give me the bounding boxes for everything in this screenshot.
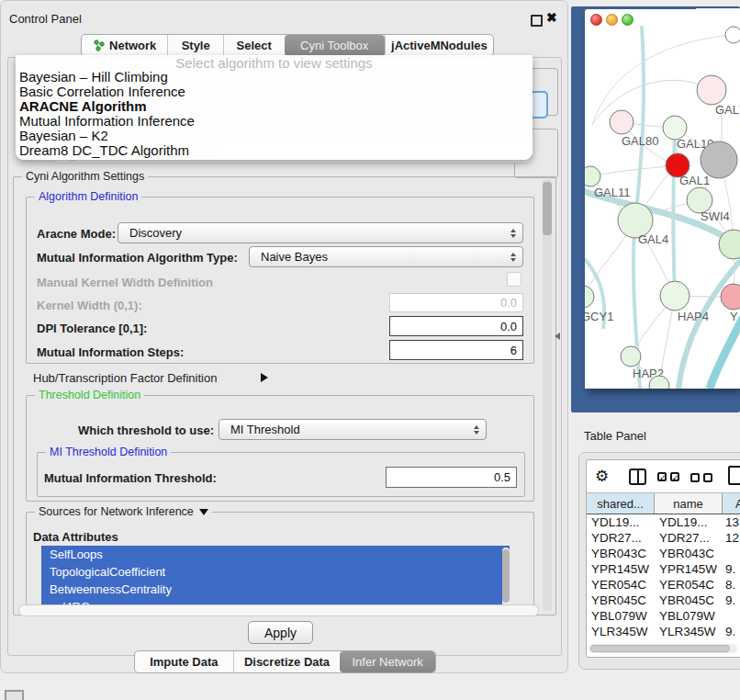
new-table-icon[interactable]	[728, 466, 740, 485]
float-window-icon[interactable]	[531, 15, 543, 27]
mi-threshold-value: 0.5	[494, 470, 510, 484]
gear-icon[interactable]: ⚙	[595, 467, 609, 486]
network-node[interactable]	[660, 281, 690, 310]
algorithm-option[interactable]: Bayesian – K2	[16, 129, 533, 143]
table-row[interactable]: YBR045CYBR045C9.	[587, 593, 740, 608]
table-horizontal-scrollbar-thumb[interactable]	[590, 645, 730, 652]
collapse-arrow-icon[interactable]	[199, 509, 208, 515]
select-all-checkbox-icon[interactable]: ✓	[670, 472, 679, 481]
table-row[interactable]: YER054CYER054C8.	[587, 577, 740, 593]
dpi-tolerance-field[interactable]: 0.0	[389, 316, 523, 336]
aracne-mode-select[interactable]: Discovery	[118, 222, 523, 243]
algorithm-option[interactable]: Bayesian – Hill Climbing	[16, 70, 533, 85]
mac-zoom-icon[interactable]	[622, 14, 633, 26]
apply-button-label: Apply	[264, 626, 297, 640]
table-body: YDL19...YDL19...13 YDR27...YDR27...12 YB…	[587, 514, 740, 643]
network-node[interactable]	[701, 141, 737, 178]
column-header-name[interactable]: name	[655, 493, 723, 514]
select-all-checkbox-icon[interactable]: ✓	[657, 472, 667, 481]
table-row[interactable]: YDL19...YDL19...13	[587, 514, 740, 530]
algorithm-option[interactable]: Mutual Information Inference	[16, 114, 533, 129]
column-header-shared-name[interactable]: shared...	[587, 493, 655, 514]
tab-infer-network[interactable]: Infer Network	[340, 651, 435, 672]
network-node-label: Y	[730, 310, 738, 323]
attributes-list-scrollbar[interactable]	[502, 548, 510, 612]
manual-kernel-width-checkbox[interactable]	[507, 272, 521, 287]
network-node-label: GAL80	[622, 134, 658, 148]
tab-infer-network-label: Infer Network	[353, 655, 423, 669]
hidden-focused-combo-fragment	[530, 91, 548, 119]
tab-impute-data[interactable]: Impute Data	[135, 651, 233, 672]
aracne-mode-label: Aracne Mode:	[37, 227, 116, 241]
network-node[interactable]	[721, 284, 740, 310]
mi-algorithm-type-select[interactable]: Naive Bayes	[249, 246, 523, 267]
tab-impute-data-label: Impute Data	[150, 655, 218, 669]
table-row[interactable]: YBR043CYBR043C	[587, 546, 740, 561]
which-threshold-value: MI Threshold	[219, 423, 300, 436]
combo-stepper-icon	[510, 250, 516, 265]
expand-arrow-icon[interactable]	[261, 373, 268, 382]
network-node-label: GAL1	[679, 174, 710, 187]
tab-select[interactable]: Select	[223, 35, 285, 56]
tab-discretize-data[interactable]: Discretize Data	[233, 651, 341, 672]
table-row[interactable]: YBL079WYBL079W	[587, 608, 740, 624]
network-node-label: GAL4	[638, 232, 668, 246]
algorithm-option[interactable]: Dream8 DC_TDC Algorithm	[16, 143, 533, 158]
algorithm-option[interactable]: Basic Correlation Inference	[16, 85, 533, 99]
kernel-width-value: 0.0	[500, 296, 517, 310]
settings-scrollbar[interactable]	[543, 179, 552, 611]
hub-definition-label: Hub/Transcription Factor Definition	[33, 371, 217, 385]
network-node-label: SWI4	[701, 209, 730, 223]
network-node[interactable]	[725, 27, 740, 43]
table-horizontal-scrollbar[interactable]	[589, 644, 737, 653]
tab-style[interactable]: Style	[167, 35, 223, 56]
network-node[interactable]	[585, 166, 600, 186]
deselect-all-checkbox-icon[interactable]	[703, 473, 712, 482]
columns-icon[interactable]	[629, 469, 646, 485]
mi-steps-value: 6	[510, 344, 517, 357]
bottom-tabbar: Impute Data Discretize Data Infer Networ…	[134, 650, 436, 673]
network-node[interactable]	[585, 286, 594, 308]
attribute-item-selected[interactable]: SelfLoops	[41, 546, 510, 563]
table-row[interactable]: YIL052CYIL052C8	[587, 639, 740, 643]
mi-algorithm-type-label: Mutual Information Algorithm Type:	[37, 251, 238, 265]
splitter-collapse-icon[interactable]	[555, 333, 560, 340]
deselect-all-checkbox-icon[interactable]	[690, 473, 700, 482]
settings-scrollbar-thumb[interactable]	[543, 182, 552, 235]
column-header-partial[interactable]: A	[723, 493, 740, 514]
close-icon[interactable]: ✖	[546, 10, 557, 25]
mi-threshold-definition-title: MI Threshold Definition	[46, 446, 171, 458]
attribute-item-selected[interactable]: BetweennessCentrality	[41, 581, 510, 598]
apply-button[interactable]: Apply	[248, 621, 313, 644]
tab-cyni-toolbox-label: Cyni Toolbox	[300, 39, 368, 52]
algorithm-option-highlighted[interactable]: ARACNE Algorithm	[16, 99, 533, 114]
network-canvas[interactable]: GAL7GAL80GAL10GAL1GAL11SWI4GAL4GCY1HAP4Y…	[585, 26, 740, 389]
mac-minimize-icon[interactable]	[606, 14, 618, 26]
mi-steps-label: Mutual Information Steps:	[37, 345, 184, 359]
table-row[interactable]: YDR27...YDR27...12	[587, 530, 740, 546]
network-node-label: GAL7	[715, 103, 740, 117]
tab-network[interactable]: Network	[82, 35, 167, 56]
network-node[interactable]	[697, 75, 726, 105]
attributes-list-scrollbar-thumb[interactable]	[502, 549, 510, 603]
mi-steps-field[interactable]: 6	[389, 340, 523, 360]
manual-kernel-width-label: Manual Kernel Width Definition	[37, 276, 213, 289]
tab-jactivemnodules[interactable]: jActiveMNodules	[385, 35, 493, 56]
combo-stepper-icon	[510, 226, 516, 241]
network-node[interactable]	[621, 346, 641, 367]
mi-threshold-label: Mutual Information Threshold:	[44, 471, 217, 485]
table-row[interactable]: YLR345WYLR345W9.	[587, 624, 740, 639]
attribute-item-selected[interactable]: TopologicalCoefficient	[41, 563, 510, 581]
mac-close-icon[interactable]	[590, 14, 602, 26]
table-row[interactable]: YPR145WYPR145W9.	[587, 561, 740, 577]
network-tab-icon	[93, 40, 105, 51]
algorithm-definition-title: Algorithm Definition	[35, 190, 141, 203]
tab-cyni-toolbox[interactable]: Cyni Toolbox	[285, 35, 385, 56]
mi-threshold-field[interactable]: 0.5	[386, 467, 517, 488]
which-threshold-select[interactable]: MI Threshold	[219, 419, 487, 440]
network-node[interactable]	[610, 110, 633, 134]
settings-horizontal-scrollbar[interactable]	[18, 604, 539, 616]
threshold-definition-title: Threshold Definition	[35, 389, 144, 401]
collapsed-panel-icon[interactable]	[5, 690, 24, 700]
network-node-label: GCY1	[585, 310, 613, 323]
